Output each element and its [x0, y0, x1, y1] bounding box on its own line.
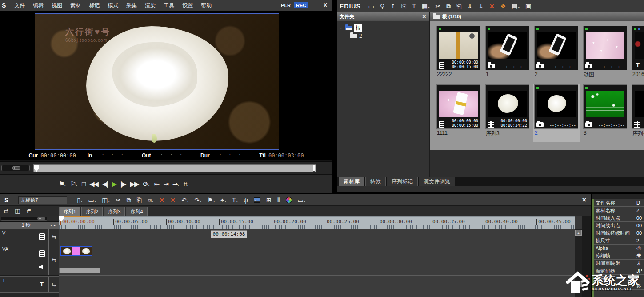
- previous-frame-button[interactable]: ◀|▾: [102, 181, 107, 187]
- insert-overwrite-mode-icon[interactable]: ⇄: [4, 208, 8, 214]
- redo-icon[interactable]: ↷▾: [194, 197, 201, 203]
- add-between-icon[interactable]: ⧈▾: [148, 197, 153, 203]
- import-icon[interactable]: ↧▾: [478, 3, 484, 9]
- sequence-tab[interactable]: 序列4: [126, 207, 147, 216]
- menu-item[interactable]: 渲染: [141, 2, 160, 9]
- goto-out-point-button[interactable]: ⇥▾: [163, 181, 168, 187]
- dropdown-arrow-icon[interactable]: ▾: [152, 200, 154, 203]
- ripple-delete-icon[interactable]: ✕▾: [170, 197, 176, 203]
- menu-item[interactable]: 采集: [122, 2, 141, 9]
- color-bars-icon[interactable]: ▦▾: [422, 3, 430, 9]
- mixer-lane-bar[interactable]: [59, 268, 100, 273]
- sequence-name-field[interactable]: 无标题7: [18, 196, 67, 204]
- cut-icon[interactable]: ✂▾: [436, 3, 441, 9]
- folder-tree-child[interactable]: 2: [339, 32, 427, 40]
- video-track-icon[interactable]: [39, 250, 45, 257]
- snap-mode-icon[interactable]: ⋐: [26, 208, 31, 214]
- track-header-t[interactable]: T T ⇆: [0, 277, 59, 293]
- dropdown-arrow-icon[interactable]: ▾: [81, 200, 83, 203]
- dropdown-arrow-icon[interactable]: ▾: [148, 184, 150, 187]
- menu-item[interactable]: 工具: [160, 2, 178, 9]
- menu-item[interactable]: 视图: [48, 2, 66, 9]
- bin-clip[interactable]: 00:00:00:0000:00:15:00 22222: [436, 25, 482, 84]
- dropdown-arrow-icon[interactable]: ▾: [518, 6, 520, 9]
- rewind-button[interactable]: ◀◀▾: [89, 181, 98, 187]
- dropdown-arrow-icon[interactable]: ▾: [95, 200, 96, 203]
- delete-icon[interactable]: ✕▾: [489, 3, 495, 9]
- goto-in-point-button[interactable]: ⇤▾: [154, 181, 159, 187]
- up-folder-icon[interactable]: ↥▾: [390, 3, 396, 9]
- sequence-tab[interactable]: 序列1: [59, 207, 80, 216]
- multicam-icon[interactable]: ⊞▾: [266, 197, 272, 203]
- create-title-icon[interactable]: T▾: [232, 197, 238, 203]
- bin-tab[interactable]: 源文件浏览: [419, 177, 455, 186]
- dropdown-arrow-icon[interactable]: ▾: [76, 184, 77, 187]
- copy-icon[interactable]: ⧉▾: [127, 197, 131, 203]
- playhead-marker[interactable]: [34, 165, 39, 172]
- copy-icon[interactable]: ⧉▾: [446, 3, 451, 9]
- bin-clip[interactable]: T 20160: [631, 25, 644, 84]
- marker-list-button[interactable]: ⚐▾: [70, 181, 77, 187]
- menu-item[interactable]: 编辑: [29, 2, 48, 9]
- title-track-icon[interactable]: T: [40, 281, 44, 288]
- voice-over-icon[interactable]: ψ▾: [244, 197, 248, 203]
- fast-forward-button[interactable]: ▶▶▾: [130, 181, 139, 187]
- dropdown-arrow-icon[interactable]: ▾: [187, 200, 189, 203]
- video-track-icon[interactable]: [39, 233, 45, 240]
- folder-panel-close-button[interactable]: ✕: [422, 14, 426, 20]
- undo-icon[interactable]: ↶▾: [181, 197, 188, 203]
- render-icon[interactable]: ▾: [254, 197, 260, 203]
- timeline-ruler[interactable]: 00:00:00:0000:00:05:0000:00:10:0000:00:1…: [59, 216, 575, 229]
- match-frame-icon[interactable]: ⌖▾: [220, 197, 226, 203]
- bin-clip[interactable]: --:--:--:-- 2: [533, 25, 580, 84]
- panel-layout-icon[interactable]: ▭▾: [298, 197, 306, 203]
- patch-icon[interactable]: ⇆: [48, 245, 59, 275]
- view-mode-icon[interactable]: ▤▾: [512, 3, 520, 9]
- new-sequence-icon[interactable]: ▯▾: [77, 197, 82, 203]
- dropdown-arrow-icon[interactable]: ▾: [187, 184, 188, 187]
- menu-item[interactable]: 文件: [10, 2, 29, 9]
- bin-clip[interactable]: 00:00:00:0000:00:34:22 序列3: [484, 84, 531, 142]
- jog-shuttle-button[interactable]: ⌗▾: [184, 181, 188, 187]
- cut-icon[interactable]: ✂▾: [116, 197, 121, 203]
- dropdown-arrow-icon[interactable]: ▾: [213, 200, 215, 203]
- delete-icon[interactable]: ✕▾: [159, 197, 164, 203]
- track-v-lane[interactable]: [59, 229, 575, 245]
- create-title-icon[interactable]: T▾: [412, 3, 416, 9]
- menu-item[interactable]: 帮助: [197, 2, 216, 9]
- set-marker-button[interactable]: ⚑▾: [59, 181, 66, 187]
- bin-tab[interactable]: 特效: [365, 177, 386, 186]
- scroll-up-icon[interactable]: ▲: [575, 230, 582, 236]
- dropdown-arrow-icon[interactable]: ▾: [200, 200, 202, 203]
- patch-icon[interactable]: ⇆: [48, 277, 59, 292]
- stop-button[interactable]: □▾: [82, 181, 85, 187]
- sequence-tab[interactable]: 序列2: [81, 207, 103, 216]
- bin-tab[interactable]: 序列标记: [387, 177, 418, 186]
- position-bar[interactable]: [33, 164, 316, 172]
- save-project-icon[interactable]: ◫▾: [102, 197, 110, 203]
- menu-item[interactable]: 素材: [66, 2, 85, 9]
- dropdown-arrow-icon[interactable]: ▾: [428, 6, 430, 9]
- speaker-icon[interactable]: [39, 265, 44, 269]
- patch-icon[interactable]: ⇆: [48, 229, 59, 245]
- search-icon[interactable]: ⚲▾: [380, 3, 384, 9]
- close-button[interactable]: X: [322, 2, 329, 8]
- shuttle-control[interactable]: [1, 165, 30, 171]
- menu-item[interactable]: 模式: [104, 2, 122, 9]
- expand-icon[interactable]: -: [339, 25, 343, 31]
- loop-play-button[interactable]: ⟳▾: [143, 181, 150, 187]
- menu-item[interactable]: 标记: [85, 2, 104, 9]
- bin-clip[interactable]: 序列4: [631, 84, 644, 142]
- bin-toolbox-icon[interactable]: ▣▾: [525, 3, 531, 9]
- bin-clip[interactable]: --:--:--:-- 动图: [582, 25, 628, 84]
- minimize-button[interactable]: _: [312, 2, 318, 8]
- play-button[interactable]: ▶▾: [112, 181, 116, 187]
- bin-clip[interactable]: --:--:--:-- 3: [582, 84, 628, 142]
- track-va-lane[interactable]: [59, 245, 575, 276]
- menu-item[interactable]: 设置: [178, 2, 197, 9]
- add-clip-icon[interactable]: ⎘▾: [401, 3, 406, 9]
- bin-clip[interactable]: 00:00:00:0000:00:15:00 1111: [436, 84, 482, 142]
- add-marker-icon[interactable]: ⚑▾: [207, 197, 215, 203]
- bin-clip[interactable]: --:--:--:-- 2: [533, 84, 580, 142]
- scale-down-icon[interactable]: ▾: [49, 223, 53, 227]
